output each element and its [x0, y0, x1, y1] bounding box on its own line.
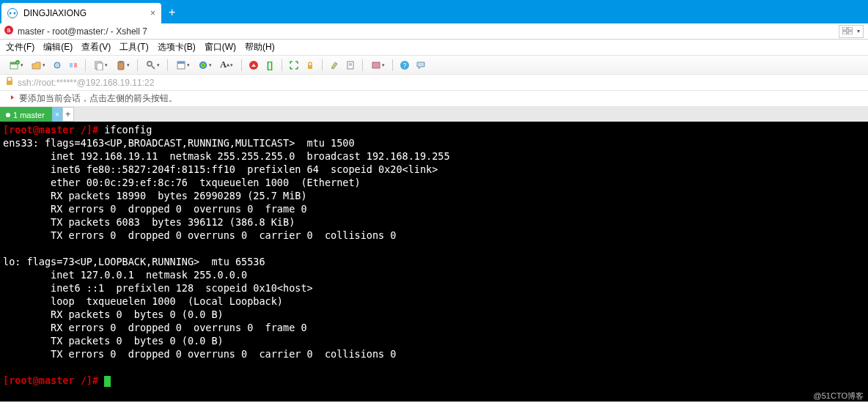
menu-edit[interactable]: 编辑(E) — [43, 41, 73, 53]
svg-rect-5 — [842, 32, 847, 34]
hint-text: 要添加当前会话，点击左侧的箭头按钮。 — [19, 92, 177, 105]
svg-text:+: + — [16, 60, 18, 64]
window-grid-icon[interactable] — [842, 26, 853, 37]
svg-rect-17 — [119, 61, 122, 63]
separator — [85, 59, 86, 71]
lock-icon — [6, 77, 13, 88]
prompt-path: / — [81, 374, 87, 386]
svg-point-18 — [147, 62, 152, 66]
browser-bar: DINGJIAXIONG × + — [0, 0, 868, 23]
prompt-path: / — [81, 124, 87, 136]
highlight-button[interactable] — [328, 59, 341, 72]
xftp-button[interactable] — [247, 59, 260, 72]
menu-view[interactable]: 查看(V) — [81, 41, 111, 53]
font-button[interactable]: Aᴀ▾ — [217, 59, 236, 72]
svg-text:?: ? — [402, 62, 406, 69]
svg-rect-12 — [70, 63, 73, 67]
session-tab-master[interactable]: 1 master — [0, 107, 52, 122]
out-line: ens33: flags=4163<UP,BROADCAST,RUNNING,M… — [3, 137, 355, 149]
separator — [137, 59, 138, 71]
close-tab-button[interactable]: × — [150, 8, 155, 18]
copy-button[interactable]: ▾ — [91, 59, 110, 72]
new-session-button[interactable]: +▾ — [7, 59, 26, 72]
out-line: RX packets 18990 bytes 26990289 (25.7 Mi… — [3, 190, 307, 202]
menu-tools[interactable]: 工具(T) — [119, 41, 148, 53]
out-line: TX errors 0 dropped 0 overruns 0 carrier… — [3, 229, 396, 241]
out-line: inet6 fe80::5827:204f:8115:ff10 prefixle… — [3, 163, 438, 175]
menu-bar: 文件(F) 编辑(E) 查看(V) 工具(T) 选项卡(B) 窗口(W) 帮助(… — [0, 40, 868, 56]
out-line: TX errors 0 dropped 0 overruns 0 carrier… — [3, 348, 396, 360]
svg-rect-15 — [97, 63, 103, 70]
out-line: RX errors 0 dropped 0 overruns 0 frame 0 — [3, 322, 307, 333]
paste-button[interactable]: ▾ — [113, 59, 132, 72]
watermark: @51CTO博客 — [814, 391, 864, 402]
find-button[interactable]: ▾ — [143, 59, 162, 72]
out-line: RX errors 0 dropped 0 overruns 0 frame 0 — [3, 203, 307, 215]
separator — [167, 59, 168, 71]
ssh-url: ssh://root:******@192.168.19.11:22 — [18, 78, 154, 88]
menu-window[interactable]: 窗口(W) — [205, 41, 236, 53]
session-status-icon — [6, 113, 10, 117]
properties-button[interactable]: ▾ — [173, 59, 192, 72]
svg-rect-21 — [177, 62, 185, 64]
svg-rect-3 — [842, 27, 847, 30]
close-session-button[interactable]: × — [52, 107, 62, 122]
xshell-icon: S — [4, 26, 13, 37]
title-bar: S master - root@master:/ - Xshell 7 ▾ — [0, 23, 868, 40]
svg-point-0 — [8, 9, 18, 18]
svg-point-22 — [199, 62, 207, 69]
svg-rect-6 — [848, 32, 853, 34]
menu-file[interactable]: 文件(F) — [6, 41, 34, 53]
out-line: inet 192.168.19.11 netmask 255.255.255.0… — [3, 150, 450, 162]
help-button[interactable]: ? — [398, 59, 411, 72]
bracket-button[interactable]: [] — [263, 59, 276, 72]
separator — [362, 59, 363, 71]
add-session-button[interactable]: + — [62, 107, 74, 122]
browser-tab[interactable]: DINGJIAXIONG × — [1, 3, 161, 23]
arrow-icon[interactable] — [6, 93, 15, 104]
connect-button[interactable] — [51, 59, 64, 72]
out-line: RX packets 0 bytes 0 (0.0 B) — [3, 308, 224, 320]
terminal[interactable]: [root@master /]# ifconfig ens33: flags=4… — [0, 122, 868, 402]
out-line: inet 127.0.0.1 netmask 255.0.0.0 — [3, 269, 247, 281]
session-tab-label: 1 master — [13, 111, 45, 119]
lock-button[interactable] — [304, 59, 317, 72]
chat-button[interactable] — [414, 59, 427, 72]
disconnect-button[interactable] — [67, 59, 80, 72]
svg-rect-24 — [308, 65, 312, 69]
prompt-user: root@master — [9, 374, 74, 386]
menu-help[interactable]: 帮助(H) — [245, 41, 275, 53]
teamviewer-icon — [7, 8, 18, 18]
browser-tab-title: DINGJIAXIONG — [23, 8, 87, 18]
toolbar: +▾ ▾ ▾ ▾ ▾ ▾ ▾ Aᴀ▾ [] ▾ ? — [0, 56, 868, 75]
session-tabs: 1 master × + — [0, 107, 868, 122]
fullscreen-button[interactable] — [287, 59, 301, 72]
cursor — [104, 376, 111, 387]
out-line: TX packets 6083 bytes 396112 (386.8 KiB) — [3, 216, 295, 228]
ssh-address-bar[interactable]: ssh://root:******@192.168.19.11:22 — [0, 75, 868, 91]
svg-line-19 — [152, 66, 155, 69]
separator — [282, 59, 282, 71]
new-tab-button[interactable]: + — [161, 6, 183, 23]
out-line: inet6 ::1 prefixlen 128 scopeid 0x10<hos… — [3, 282, 313, 294]
out-line: loop txqueuelen 1000 (Local Loopback) — [3, 295, 283, 307]
out-line: TX packets 0 bytes 0 (0.0 B) — [3, 335, 224, 347]
menu-tab[interactable]: 选项卡(B) — [158, 41, 196, 53]
svg-rect-31 — [7, 81, 12, 85]
script-button[interactable] — [344, 59, 357, 72]
color-scheme-button[interactable]: ▾ — [195, 59, 214, 72]
separator — [322, 59, 323, 71]
open-session-button[interactable]: ▾ — [29, 59, 48, 72]
window-title: master - root@master:/ - Xshell 7 — [18, 26, 147, 37]
out-line: lo: flags=73<UP,LOOPBACK,RUNNING> mtu 65… — [3, 256, 265, 267]
svg-text:S: S — [7, 27, 11, 34]
svg-rect-4 — [848, 27, 853, 30]
prompt-user: root@master — [9, 124, 74, 136]
out-line: ether 00:0c:29:ef:8c:76 txqueuelen 1000 … — [3, 177, 361, 188]
separator — [241, 59, 242, 71]
chevron-down-icon[interactable]: ▾ — [857, 28, 860, 34]
encoding-button[interactable]: ▾ — [368, 59, 387, 72]
svg-point-11 — [54, 62, 60, 68]
svg-rect-13 — [74, 63, 77, 67]
window-controls: ▾ — [839, 25, 864, 38]
